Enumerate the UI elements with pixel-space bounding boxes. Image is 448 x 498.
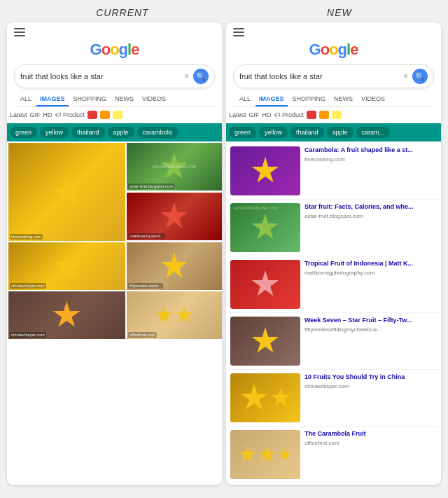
color-filter-red-new[interactable] xyxy=(307,111,316,119)
result-row-5[interactable]: 10 Fruits You Should Try in China chinaw… xyxy=(227,370,440,427)
tab-all[interactable]: ALL xyxy=(17,92,35,106)
result-row-1[interactable]: Carambola: A fruit shaped like a st... f… xyxy=(227,143,440,200)
new-header: Google fruit that looks like a star × 🔍 … xyxy=(226,22,441,107)
tab-videos[interactable]: VIDEOS xyxy=(139,92,169,106)
chip-yellow[interactable]: yellow xyxy=(40,127,69,138)
chip-apple-new[interactable]: apple xyxy=(327,127,354,138)
filter-hd-new[interactable]: HD xyxy=(262,111,272,118)
thumb-4 xyxy=(230,317,300,366)
image-cell-4[interactable]: chinawhisper.com xyxy=(8,242,125,290)
chip-thailand[interactable]: thailand xyxy=(71,127,105,138)
search-text: fruit that looks like a star xyxy=(20,72,184,81)
tab-shopping[interactable]: SHOPPING xyxy=(70,92,111,106)
title-5: 10 Fruits You Should Try in China xyxy=(304,373,437,382)
image-cell-2[interactable]: SATREKHMERNLINE.COM astar-fruit.blogspot… xyxy=(127,143,222,191)
google-logo: Google xyxy=(14,41,215,59)
current-image-grid: finecooking.com SATREKHMERNLINE.COM asta… xyxy=(7,141,222,340)
result-row-2[interactable]: SATREKHMERNLINE.COM Star fruit: Facts, C… xyxy=(227,200,440,256)
color-filter-orange[interactable] xyxy=(100,111,110,119)
source-2: astar-fruit.blogspot.com xyxy=(304,213,437,219)
thumb-3 xyxy=(230,260,300,309)
labels-row: CURRENT NEW xyxy=(7,7,441,18)
search-bar[interactable]: fruit that looks like a star × 🔍 xyxy=(14,64,215,88)
filter-product-new[interactable]: 🏷 Product xyxy=(274,111,304,118)
tab-videos-new[interactable]: VIDEOS xyxy=(358,92,388,106)
source-6: officefruit.com xyxy=(304,440,437,446)
filter-latest-new[interactable]: Latest xyxy=(229,111,246,118)
new-label: NEW xyxy=(327,7,352,18)
chip-apple[interactable]: apple xyxy=(108,127,134,138)
search-button[interactable]: 🔍 xyxy=(193,69,209,84)
image-cell-6[interactable]: chinawhisper.com xyxy=(8,291,125,339)
current-header: Google fruit that looks like a star × 🔍 … xyxy=(7,22,222,107)
image-cell-5[interactable]: fiftyweeks.word... xyxy=(127,242,222,290)
chip-thailand-new[interactable]: thailand xyxy=(290,127,324,138)
image-cell-3[interactable]: mattkoenig.word... xyxy=(127,193,222,240)
filters-row-new: Latest GIF HD 🏷 Product xyxy=(226,107,441,123)
tabs-new: ALL IMAGES SHOPPING NEWS VIDEOS xyxy=(233,92,434,107)
title-4: Week Seven – Star Fruit – Fifty-Tw... xyxy=(304,317,437,325)
info-5: 10 Fruits You Should Try in China chinaw… xyxy=(304,373,437,389)
image-cell-1[interactable]: finecooking.com xyxy=(8,143,125,241)
thumb-1 xyxy=(230,146,300,195)
title-6: The Carambola Fruit xyxy=(304,430,437,438)
hamburger-icon-new[interactable] xyxy=(233,28,244,36)
info-4: Week Seven – Star Fruit – Fifty-Tw... fi… xyxy=(304,317,437,333)
chip-green-new[interactable]: green xyxy=(229,127,256,138)
filter-gif-new[interactable]: GIF xyxy=(249,111,260,118)
color-filter-yellow[interactable] xyxy=(113,111,122,119)
color-filter-orange-new[interactable] xyxy=(319,111,329,119)
filter-gif[interactable]: GIF xyxy=(30,111,41,118)
clear-icon-new[interactable]: × xyxy=(403,71,408,81)
chips-current: green yellow thailand apple carambola xyxy=(7,123,222,141)
new-results-list: Carambola: A fruit shaped like a st... f… xyxy=(226,141,441,485)
panels-row: Google fruit that looks like a star × 🔍 … xyxy=(7,22,441,485)
title-3: Tropical Fruit of Indonesia | Matt K... xyxy=(304,260,437,268)
info-6: The Carambola Fruit officefruit.com xyxy=(304,430,437,446)
filter-hd[interactable]: HD xyxy=(43,111,52,118)
title-1: Carambola: A fruit shaped like a st... xyxy=(304,146,437,155)
chip-yellow-new[interactable]: yellow xyxy=(259,127,288,138)
search-text-new: fruit that looks like a star xyxy=(239,72,403,81)
filter-product[interactable]: 🏷 Product xyxy=(55,111,85,118)
result-row-4[interactable]: Week Seven – Star Fruit – Fifty-Tw... fi… xyxy=(227,313,440,370)
source-3: mattkoenigphotography.com xyxy=(304,270,437,276)
tab-shopping-new[interactable]: SHOPPING xyxy=(289,92,330,106)
clear-icon[interactable]: × xyxy=(184,71,189,81)
google-logo-new: Google xyxy=(233,41,434,59)
tab-images-new[interactable]: IMAGES xyxy=(255,92,288,106)
filter-latest[interactable]: Latest xyxy=(10,111,27,118)
filters-row: Latest GIF HD 🏷 Product xyxy=(7,107,222,123)
source-4: fiftyweeksoffillingmycheeks.w... xyxy=(304,326,437,333)
source-1: finecooking.com xyxy=(304,156,437,162)
tab-all-new[interactable]: ALL xyxy=(236,92,254,106)
color-filter-yellow-new[interactable] xyxy=(332,111,342,119)
chip-green[interactable]: green xyxy=(10,127,37,138)
thumb-5 xyxy=(230,373,300,422)
info-2: Star fruit: Facts, Calories, and whe... … xyxy=(304,203,437,219)
new-panel: Google fruit that looks like a star × 🔍 … xyxy=(226,22,441,485)
info-3: Tropical Fruit of Indonesia | Matt K... … xyxy=(304,260,437,276)
thumb-2: SATREKHMERNLINE.COM xyxy=(230,203,300,252)
result-row-6[interactable]: The Carambola Fruit officefruit.com xyxy=(227,427,440,483)
tab-news[interactable]: NEWS xyxy=(111,92,137,106)
source-5: chinawhisper.com xyxy=(304,383,437,389)
search-bar-new[interactable]: fruit that looks like a star × 🔍 xyxy=(233,64,434,88)
color-filter-red[interactable] xyxy=(88,111,97,119)
current-label: CURRENT xyxy=(96,7,148,18)
chip-carambola[interactable]: carambola xyxy=(137,127,178,138)
title-2: Star fruit: Facts, Calories, and whe... xyxy=(304,203,437,212)
tab-images[interactable]: IMAGES xyxy=(36,92,69,106)
tabs: ALL IMAGES SHOPPING NEWS VIDEOS xyxy=(14,92,215,107)
thumb-6 xyxy=(230,430,300,479)
search-button-new[interactable]: 🔍 xyxy=(412,69,428,84)
tab-news-new[interactable]: NEWS xyxy=(330,92,356,106)
hamburger-icon[interactable] xyxy=(14,28,25,36)
comparison-wrapper: CURRENT NEW Google fruit that looks like… xyxy=(7,7,441,485)
chips-new: green yellow thailand apple caram... xyxy=(226,123,441,141)
image-cell-7[interactable]: officefruit.com xyxy=(127,291,222,339)
result-row-3[interactable]: Tropical Fruit of Indonesia | Matt K... … xyxy=(227,256,440,313)
current-panel: Google fruit that looks like a star × 🔍 … xyxy=(7,22,222,485)
chip-caram-new[interactable]: caram... xyxy=(356,127,391,138)
info-1: Carambola: A fruit shaped like a st... f… xyxy=(304,146,437,162)
